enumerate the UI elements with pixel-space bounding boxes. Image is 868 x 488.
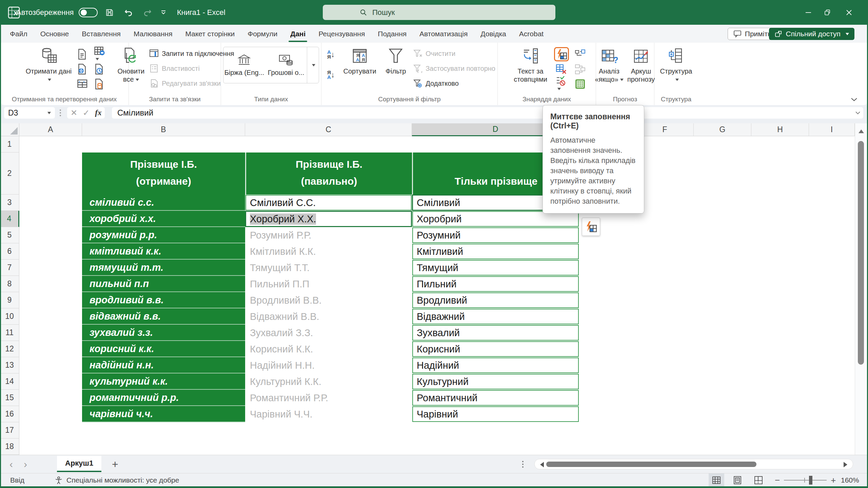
cell-D8[interactable]: Пильний [412, 276, 579, 292]
cancel-entry-button[interactable]: ✕ [71, 108, 77, 118]
cell-D15[interactable]: Романтичний [412, 390, 579, 406]
close-button[interactable] [840, 0, 859, 25]
column-header-I[interactable]: I [809, 123, 855, 136]
cell-B13[interactable]: надійний н.н. [82, 357, 245, 373]
cell-B8[interactable]: пильний п.п [82, 276, 245, 292]
ribbon-tab-11[interactable]: Acrobat [513, 25, 550, 43]
select-all-corner[interactable] [0, 123, 19, 136]
scroll-right-icon[interactable] [844, 462, 850, 467]
zoom-slider[interactable] [784, 480, 827, 481]
row-header-9[interactable]: 9 [0, 292, 19, 308]
table-header-col-B[interactable]: Прізвище І.Б. (отримане) [82, 152, 245, 195]
cell-C7[interactable]: Тямущий Т.Т. [245, 260, 412, 276]
zoom-slider-thumb[interactable] [809, 476, 812, 485]
row-header-10[interactable]: 10 [0, 308, 19, 325]
column-header-C[interactable]: C [245, 123, 412, 136]
minimize-button[interactable] [799, 0, 818, 25]
column-header-H[interactable]: H [751, 123, 809, 136]
remove-duplicates-button[interactable] [556, 64, 567, 74]
cell-D10[interactable]: Відважний [412, 308, 579, 325]
cell-C15[interactable]: Романтичний Р.Р. [245, 390, 412, 406]
ribbon-tab-2[interactable]: Вставлення [75, 25, 127, 43]
ribbon-tab-10[interactable]: Довідка [474, 25, 513, 43]
ribbon-tab-9[interactable]: Автоматизація [413, 25, 474, 43]
cell-D6[interactable]: Кмітливий [412, 243, 579, 260]
cell-B15[interactable]: романтичний р.р. [82, 390, 245, 406]
row-header-16[interactable]: 16 [0, 406, 19, 422]
restore-button[interactable] [818, 0, 837, 25]
cell-C11[interactable]: Зухвалий З.З. [245, 325, 412, 341]
ribbon-tab-4[interactable]: Макет сторінки [179, 25, 241, 43]
accessibility-status[interactable]: Спеціальні можливості: усе добре [54, 473, 179, 487]
ribbon-tab-1[interactable]: Основне [34, 25, 76, 43]
cell-D11[interactable]: Зухвалий [412, 325, 579, 341]
row-header-14[interactable]: 14 [0, 373, 19, 390]
cell-C13[interactable]: Надійний Н.Н. [245, 357, 412, 373]
cell-C14[interactable]: Культурний К.К. [245, 373, 412, 390]
name-box-resizer[interactable] [60, 108, 62, 118]
page-layout-view-button[interactable] [730, 473, 745, 487]
data-validation-button[interactable] [556, 76, 567, 92]
page-break-view-button[interactable] [751, 473, 766, 487]
collapse-ribbon-button[interactable] [850, 97, 858, 102]
currency-data-type[interactable]: Грошові о... [265, 47, 307, 83]
column-header-F[interactable]: F [636, 123, 694, 136]
row-header-2[interactable]: 2 [0, 152, 19, 195]
row-header-3[interactable]: 3 [0, 195, 19, 211]
stocks-data-type[interactable]: Біржа (Eng... [223, 47, 265, 83]
cell-B16[interactable]: чарівний ч.ч. [82, 406, 245, 422]
tab-scroll-handle[interactable] [522, 459, 525, 469]
ribbon-tab-8[interactable]: Подання [371, 25, 413, 43]
cell-C5[interactable]: Розумний Р.Р. [245, 227, 412, 243]
column-header-A[interactable]: A [19, 123, 82, 136]
cell-B12[interactable]: корисний к.к. [82, 341, 245, 357]
from-text-file-button[interactable] [77, 48, 88, 60]
consolidate-button[interactable] [575, 49, 586, 59]
filter-button[interactable]: Фільтр [381, 46, 410, 76]
outline-button[interactable]: Структура [657, 46, 695, 84]
next-sheet-button[interactable]: › [24, 455, 27, 473]
row-header-18[interactable]: 18 [0, 439, 19, 455]
from-database-button[interactable] [94, 78, 105, 90]
cell-D9[interactable]: Вродливий [412, 292, 579, 308]
cell-C8[interactable]: Пильний П.П [245, 276, 412, 292]
scroll-up-icon[interactable] [859, 127, 864, 133]
row-header-1[interactable]: 1 [0, 136, 19, 152]
cell-B3[interactable]: сміливий с.с. [82, 195, 245, 211]
vertical-scrollbar[interactable] [855, 123, 867, 455]
cell-B10[interactable]: відважний в.в. [82, 308, 245, 325]
ribbon-tab-6[interactable]: Дані [284, 25, 312, 43]
cell-D14[interactable]: Культурний [412, 373, 579, 390]
cell-C9[interactable]: Вродливий В.В. [245, 292, 412, 308]
flash-fill-button[interactable] [556, 49, 567, 60]
formula-input[interactable]: Сміливий [112, 107, 863, 119]
row-header-11[interactable]: 11 [0, 325, 19, 341]
sort-ascending-button[interactable]: АЯ↓ [323, 47, 338, 62]
row-header-12[interactable]: 12 [0, 341, 19, 357]
cell-D7[interactable]: Тямущий [412, 260, 579, 276]
ribbon-tab-0[interactable]: Файл [3, 25, 34, 43]
manage-data-model-button[interactable] [575, 79, 586, 89]
sort-descending-button[interactable]: ЯА↓ [323, 67, 338, 83]
row-header-4[interactable]: 4 [0, 211, 19, 227]
search-input[interactable]: Пошук [323, 5, 555, 20]
what-if-analysis-button[interactable]: ? Аналіз «якщо» [595, 46, 624, 84]
cell-B11[interactable]: зухвалий з.з. [82, 325, 245, 341]
vertical-scroll-thumb[interactable] [858, 141, 864, 365]
cell-D12[interactable]: Корисний [412, 341, 579, 357]
add-sheet-button[interactable]: + [112, 455, 118, 473]
row-header-7[interactable]: 7 [0, 260, 19, 276]
previous-sheet-button[interactable]: ‹ [9, 455, 13, 473]
cell-B14[interactable]: культурний к.к. [82, 373, 245, 390]
recent-sources-button[interactable] [94, 63, 105, 75]
cell-B5[interactable]: розумний р.р. [82, 227, 245, 243]
cell-D5[interactable]: Розумний [412, 227, 579, 243]
normal-view-button[interactable] [709, 473, 724, 487]
get-data-button[interactable]: Отримати дані [23, 46, 74, 84]
formula-bar-expand-button[interactable] [855, 111, 861, 115]
ribbon-tab-5[interactable]: Формули [241, 25, 284, 43]
autosave-toggle[interactable] [79, 8, 98, 17]
column-header-G[interactable]: G [694, 123, 751, 136]
zoom-out-button[interactable]: − [775, 475, 780, 486]
cell-C6[interactable]: Кмітливий К.К. [245, 243, 412, 260]
